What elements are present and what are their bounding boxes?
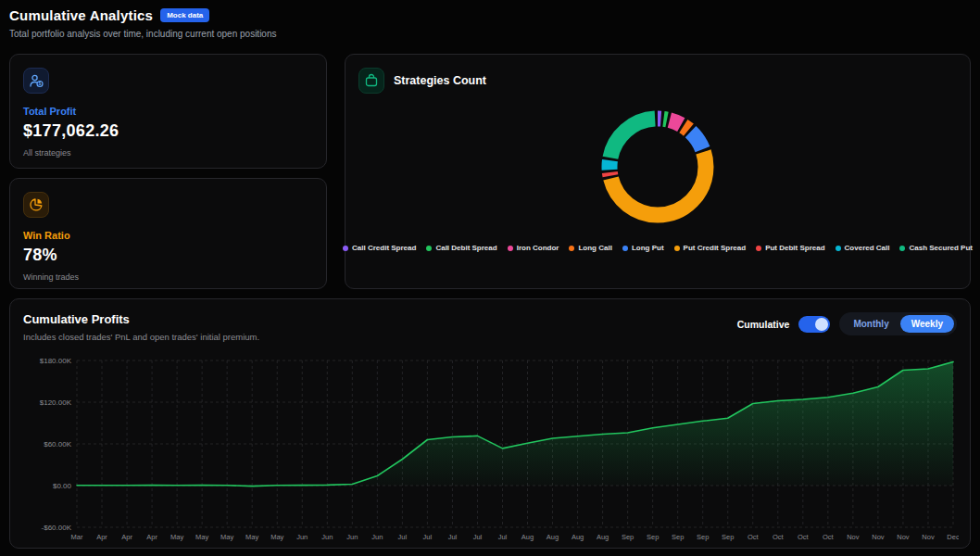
svg-text:Apr: Apr bbox=[121, 533, 132, 541]
period-option-weekly[interactable]: Weekly bbox=[900, 315, 954, 333]
svg-text:Mar: Mar bbox=[71, 533, 83, 541]
svg-text:Jul: Jul bbox=[498, 533, 508, 541]
svg-text:-$60.00K: -$60.00K bbox=[42, 524, 72, 532]
svg-text:Jul: Jul bbox=[423, 533, 433, 541]
svg-text:Apr: Apr bbox=[96, 533, 107, 541]
svg-text:Sep: Sep bbox=[622, 533, 634, 541]
legend-label: Iron Condor bbox=[517, 244, 559, 252]
svg-text:Apr: Apr bbox=[146, 533, 157, 541]
svg-text:Oct: Oct bbox=[798, 533, 810, 541]
strategies-legend: Call Credit SpreadCall Debit SpreadIron … bbox=[358, 244, 957, 252]
total-profit-label: Total Profit bbox=[23, 106, 313, 117]
win-icon-box bbox=[23, 192, 49, 218]
svg-text:Dec: Dec bbox=[947, 533, 959, 541]
legend-dot bbox=[426, 246, 432, 251]
svg-text:Jun: Jun bbox=[346, 533, 358, 541]
win-ratio-card: Win Ratio 78% Winning trades bbox=[9, 178, 327, 289]
win-ratio-caption: Winning trades bbox=[23, 272, 313, 282]
legend-dot bbox=[622, 246, 628, 251]
pie-chart-icon bbox=[29, 197, 44, 212]
svg-text:$180.00K: $180.00K bbox=[40, 357, 72, 365]
legend-item[interactable]: Call Debit Spread bbox=[426, 244, 496, 252]
profits-subtitle: Includes closed trades' PnL and open tra… bbox=[23, 332, 259, 342]
legend-label: Put Debit Spread bbox=[765, 244, 824, 252]
legend-label: Call Credit Spread bbox=[352, 244, 416, 252]
svg-text:Jul: Jul bbox=[473, 533, 483, 541]
profits-title: Cumulative Profits bbox=[23, 312, 259, 326]
analytics-page: Cumulative Analytics Mock data Total por… bbox=[0, 0, 980, 556]
svg-text:Nov: Nov bbox=[847, 533, 860, 541]
user-dollar-icon: $ bbox=[29, 73, 44, 88]
legend-dot bbox=[756, 246, 761, 251]
svg-text:Aug: Aug bbox=[521, 533, 534, 541]
svg-text:May: May bbox=[220, 533, 233, 541]
legend-dot bbox=[836, 246, 841, 251]
total-profit-caption: All strategies bbox=[23, 148, 313, 158]
svg-text:Jun: Jun bbox=[371, 533, 383, 541]
svg-text:Aug: Aug bbox=[597, 533, 609, 541]
legend-dot bbox=[674, 246, 680, 251]
legend-label: Long Call bbox=[578, 244, 611, 252]
cumulative-profits-card: Cumulative Profits Includes closed trade… bbox=[9, 298, 971, 549]
legend-item[interactable]: Put Debit Spread bbox=[756, 244, 824, 252]
svg-text:Sep: Sep bbox=[722, 533, 734, 541]
svg-text:Sep: Sep bbox=[672, 533, 684, 541]
legend-item[interactable]: Covered Call bbox=[836, 244, 890, 252]
svg-text:Jul: Jul bbox=[398, 533, 408, 541]
total-profit-value: $177,062.26 bbox=[23, 121, 313, 141]
svg-text:Sep: Sep bbox=[647, 533, 659, 541]
win-ratio-value: 78% bbox=[23, 246, 313, 265]
svg-text:May: May bbox=[270, 533, 283, 541]
page-header: Cumulative Analytics Mock data Total por… bbox=[9, 7, 277, 39]
page-title: Cumulative Analytics bbox=[9, 7, 153, 23]
strategies-icon-box bbox=[358, 68, 384, 94]
cumulative-profits-chart[interactable]: $180.00K$120.00K$60.00K$0.00-$60.00KMarA… bbox=[23, 355, 959, 545]
legend-dot bbox=[343, 246, 348, 251]
svg-text:Nov: Nov bbox=[897, 533, 910, 541]
svg-text:Nov: Nov bbox=[922, 533, 935, 541]
legend-dot bbox=[899, 246, 905, 251]
legend-item[interactable]: Long Call bbox=[569, 244, 611, 252]
win-ratio-label: Win Ratio bbox=[23, 230, 313, 241]
legend-item[interactable]: Call Credit Spread bbox=[343, 244, 416, 252]
total-profit-card: $ Total Profit $177,062.26 All strategie… bbox=[9, 54, 327, 169]
period-option-monthly[interactable]: Monthly bbox=[842, 315, 899, 333]
legend-label: Covered Call bbox=[845, 244, 890, 252]
profit-icon-box: $ bbox=[23, 68, 49, 94]
period-selector: Monthly Weekly bbox=[839, 312, 957, 335]
svg-text:Aug: Aug bbox=[547, 533, 559, 541]
cumulative-toggle[interactable] bbox=[798, 316, 830, 333]
page-subtitle: Total portfolio analysis over time, incl… bbox=[9, 29, 277, 39]
legend-label: Long Put bbox=[632, 244, 664, 252]
bag-icon bbox=[364, 73, 379, 88]
legend-label: Cash Secured Put bbox=[909, 244, 972, 252]
svg-text:Sep: Sep bbox=[697, 533, 709, 541]
svg-text:Aug: Aug bbox=[572, 533, 584, 541]
legend-item[interactable]: Put Credit Spread bbox=[674, 244, 747, 252]
svg-text:May: May bbox=[195, 533, 208, 541]
mock-data-badge: Mock data bbox=[160, 8, 209, 22]
svg-text:Jun: Jun bbox=[321, 533, 333, 541]
svg-text:Oct: Oct bbox=[823, 533, 835, 541]
legend-dot bbox=[508, 246, 513, 251]
strategies-count-title: Strategies Count bbox=[394, 74, 486, 87]
legend-item[interactable]: Long Put bbox=[622, 244, 664, 252]
svg-text:May: May bbox=[245, 533, 258, 541]
svg-text:$120.00K: $120.00K bbox=[40, 398, 72, 407]
svg-text:Oct: Oct bbox=[748, 533, 760, 541]
svg-text:$0.00: $0.00 bbox=[53, 482, 72, 490]
svg-text:May: May bbox=[170, 533, 183, 541]
legend-label: Put Credit Spread bbox=[684, 244, 747, 252]
strategies-count-card: Strategies Count Call Credit SpreadCall … bbox=[345, 54, 971, 289]
svg-text:Nov: Nov bbox=[872, 533, 885, 541]
cumulative-toggle-label: Cumulative bbox=[737, 319, 790, 330]
svg-text:Oct: Oct bbox=[773, 533, 785, 541]
svg-text:$60.00K: $60.00K bbox=[44, 440, 71, 449]
legend-label: Call Debit Spread bbox=[435, 244, 496, 252]
strategies-donut-chart[interactable] bbox=[588, 97, 727, 236]
legend-item[interactable]: Cash Secured Put bbox=[899, 244, 972, 252]
svg-text:Jul: Jul bbox=[448, 533, 458, 541]
svg-text:Jun: Jun bbox=[296, 533, 308, 541]
toggle-knob bbox=[815, 318, 828, 331]
legend-item[interactable]: Iron Condor bbox=[508, 244, 559, 252]
